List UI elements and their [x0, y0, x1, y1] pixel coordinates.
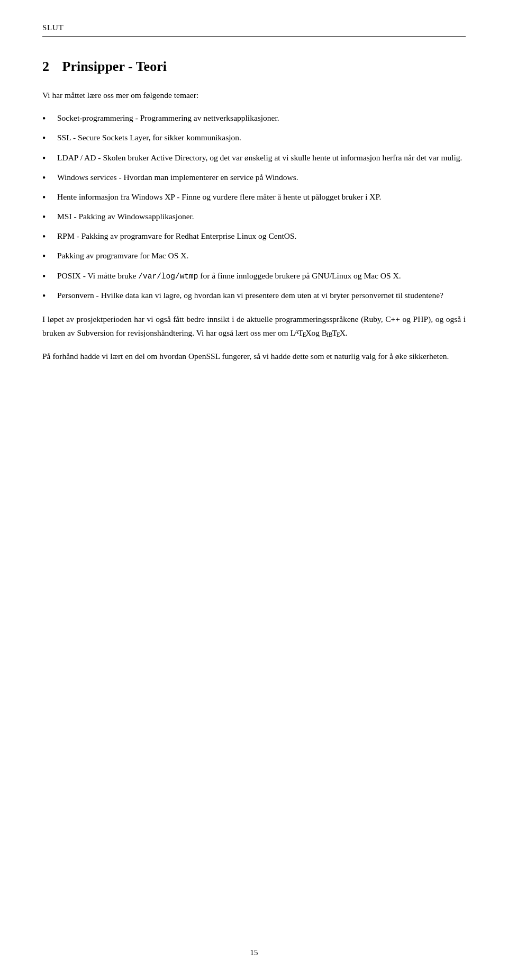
list-item: • Hente informasjon fra Windows XP - Fin… [42, 190, 466, 204]
paragraph-1-og: og [311, 328, 321, 337]
bullet-text: SSL - Secure Sockets Layer, for sikker k… [57, 131, 466, 145]
page-number: 15 [250, 948, 258, 957]
bullet-icon: • [42, 290, 54, 303]
list-item: • RPM - Pakking av programvare for Redha… [42, 229, 466, 244]
bullet-icon: • [42, 172, 54, 185]
bullet-text-windows-services: Windows services - Hvordan man implement… [57, 170, 466, 184]
list-item: • Windows services - Hvordan man impleme… [42, 170, 466, 185]
page-header: SLUT [42, 21, 466, 37]
section-number: 2 [42, 59, 49, 74]
bullet-icon: • [42, 250, 54, 263]
header-title: SLUT [42, 21, 64, 34]
bullet-text: RPM - Pakking av programvare for Redhat … [57, 229, 466, 243]
code-snippet: /var/log/wtmp [138, 272, 198, 281]
bullet-icon: • [42, 230, 54, 244]
bullet-icon: • [42, 270, 54, 283]
intro-text: Vi har måttet lære oss mer om følgende t… [42, 88, 466, 102]
bullet-icon: • [42, 211, 54, 224]
bullet-text: Socket-programmering - Programmering av … [57, 111, 466, 125]
list-item: • LDAP / AD - Skolen bruker Active Direc… [42, 151, 466, 165]
paragraph-1: I løpet av prosjektperioden har vi også … [42, 312, 466, 340]
paragraph-1-text-before: I løpet av prosjektperioden har vi også … [42, 314, 466, 337]
bullet-text: Personvern - Hvilke data kan vi lagre, o… [57, 289, 466, 302]
list-item: • Socket-programmering - Programmering a… [42, 111, 466, 125]
list-item: • Personvern - Hvilke data kan vi lagre,… [42, 289, 466, 303]
bullet-icon: • [42, 191, 54, 204]
list-item: • SSL - Secure Sockets Layer, for sikker… [42, 131, 466, 145]
bullet-text: Pakking av programvare for Mac OS X. [57, 249, 466, 263]
page: SLUT 2 Prinsipper - Teori Vi har måttet … [0, 0, 508, 980]
bullet-icon: • [42, 152, 54, 165]
bullet-icon: • [42, 132, 54, 145]
bullet-list: • Socket-programmering - Programmering a… [42, 111, 466, 303]
latex-logo: LATEX [290, 328, 311, 337]
paragraph-1-end: . [346, 328, 348, 337]
bullet-text: LDAP / AD - Skolen bruker Active Directo… [57, 151, 466, 165]
list-item: • MSI - Pakking av Windowsapplikasjoner. [42, 210, 466, 224]
bullet-text: MSI - Pakking av Windowsapplikasjoner. [57, 210, 466, 223]
page-footer: 15 [0, 946, 508, 959]
bibtex-logo: BIBTEX [322, 328, 346, 337]
bullet-text-posix: POSIX - Vi måtte bruke /var/log/wtmp for… [57, 269, 466, 283]
bullet-text: Hente informasjon fra Windows XP - Finne… [57, 190, 466, 204]
list-item: • Pakking av programvare for Mac OS X. [42, 249, 466, 263]
paragraph-2: På forhånd hadde vi lært en del om hvord… [42, 349, 466, 363]
section-heading: 2 Prinsipper - Teori [42, 56, 466, 78]
bullet-icon: • [42, 112, 54, 125]
section-title: Prinsipper - Teori [62, 59, 167, 74]
list-item: • POSIX - Vi måtte bruke /var/log/wtmp f… [42, 269, 466, 283]
